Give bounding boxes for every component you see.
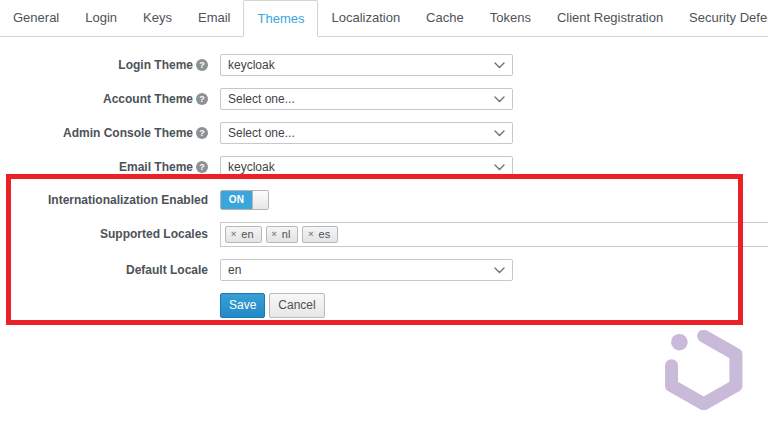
account-theme-value: Select one...: [228, 92, 295, 106]
actions-spacer: [0, 293, 208, 318]
help-icon[interactable]: ?: [196, 127, 208, 139]
default-locale-row: Default Locale en: [0, 259, 768, 281]
help-icon[interactable]: ?: [196, 161, 208, 173]
default-locale-label: Default Locale: [0, 259, 208, 281]
tab-login[interactable]: Login: [72, 0, 130, 36]
account-theme-row: Account Theme? Select one...: [0, 88, 768, 110]
remove-x-icon[interactable]: ×: [231, 230, 236, 239]
chevron-down-icon: [494, 96, 505, 103]
chevron-down-icon: [494, 130, 505, 137]
locale-chip-nl[interactable]: ×nl: [266, 226, 299, 243]
help-icon[interactable]: ?: [196, 59, 208, 71]
internationalization-label: Internationalization Enabled: [0, 190, 208, 210]
toggle-on-label: ON: [221, 191, 252, 209]
supported-locales-control: ×en ×nl ×es: [220, 222, 768, 247]
tab-keys[interactable]: Keys: [130, 0, 185, 36]
internationalization-toggle[interactable]: ON: [220, 190, 269, 210]
themes-settings-form: Login Theme? keycloak Account Theme? Sel…: [0, 37, 768, 318]
chevron-down-icon: [494, 267, 505, 274]
actions-control: Save Cancel: [220, 293, 325, 318]
tab-email[interactable]: Email: [185, 0, 244, 36]
supported-locales-label: Supported Locales: [0, 222, 208, 247]
internationalization-row: Internationalization Enabled ON: [0, 190, 768, 210]
default-locale-control: en: [220, 259, 513, 281]
supported-locales-label-text: Supported Locales: [100, 227, 208, 241]
locale-chip-es[interactable]: ×es: [302, 226, 338, 243]
supported-locales-input[interactable]: ×en ×nl ×es: [220, 222, 768, 247]
login-theme-select[interactable]: keycloak: [220, 54, 513, 76]
locale-chip-label: en: [241, 228, 253, 240]
tab-tokens[interactable]: Tokens: [477, 0, 544, 36]
save-button[interactable]: Save: [220, 293, 265, 318]
admin-console-theme-label: Admin Console Theme?: [0, 122, 208, 144]
locale-chip-label: es: [319, 228, 331, 240]
admin-console-theme-control: Select one...: [220, 122, 513, 144]
email-theme-control: keycloak: [220, 156, 513, 178]
tab-security-defenses[interactable]: Security Defenses: [676, 0, 768, 36]
admin-console-theme-value: Select one...: [228, 126, 295, 140]
chevron-down-icon: [494, 164, 505, 171]
internationalization-control: ON: [220, 190, 269, 210]
toggle-handle[interactable]: [252, 191, 268, 209]
tab-cache[interactable]: Cache: [413, 0, 477, 36]
email-theme-row: Email Theme? keycloak: [0, 156, 768, 178]
cancel-button[interactable]: Cancel: [269, 293, 324, 318]
help-icon[interactable]: ?: [196, 93, 208, 105]
account-theme-label-text: Account Theme: [103, 92, 193, 106]
locale-chip-en[interactable]: ×en: [225, 226, 262, 243]
hexagon-logo-dot: [671, 334, 688, 351]
default-locale-select[interactable]: en: [220, 259, 513, 281]
remove-x-icon[interactable]: ×: [272, 230, 277, 239]
chevron-down-icon: [494, 62, 505, 69]
tab-themes[interactable]: Themes: [243, 0, 318, 37]
tab-bar: General Login Keys Email Themes Localiza…: [0, 0, 768, 37]
login-theme-label: Login Theme?: [0, 54, 208, 76]
tab-general[interactable]: General: [0, 0, 72, 36]
login-theme-row: Login Theme? keycloak: [0, 54, 768, 76]
default-locale-value: en: [228, 263, 241, 277]
email-theme-select[interactable]: keycloak: [220, 156, 513, 178]
login-theme-value: keycloak: [228, 58, 275, 72]
login-theme-label-text: Login Theme: [118, 58, 193, 72]
tab-localization[interactable]: Localization: [318, 0, 413, 36]
account-theme-select[interactable]: Select one...: [220, 88, 513, 110]
remove-x-icon[interactable]: ×: [308, 230, 313, 239]
supported-locales-row: Supported Locales ×en ×nl ×es: [0, 222, 768, 247]
account-theme-label: Account Theme?: [0, 88, 208, 110]
email-theme-label: Email Theme?: [0, 156, 208, 178]
internationalization-label-text: Internationalization Enabled: [48, 193, 208, 207]
account-theme-control: Select one...: [220, 88, 513, 110]
login-theme-control: keycloak: [220, 54, 513, 76]
tab-client-registration[interactable]: Client Registration: [544, 0, 676, 36]
actions-row: Save Cancel: [0, 293, 768, 318]
admin-console-theme-label-text: Admin Console Theme: [63, 126, 193, 140]
admin-console-theme-row: Admin Console Theme? Select one...: [0, 122, 768, 144]
hexagon-brand-logo: [658, 330, 746, 410]
locale-chip-label: nl: [282, 228, 291, 240]
email-theme-value: keycloak: [228, 160, 275, 174]
email-theme-label-text: Email Theme: [119, 160, 193, 174]
admin-console-theme-select[interactable]: Select one...: [220, 122, 513, 144]
default-locale-label-text: Default Locale: [126, 263, 208, 277]
